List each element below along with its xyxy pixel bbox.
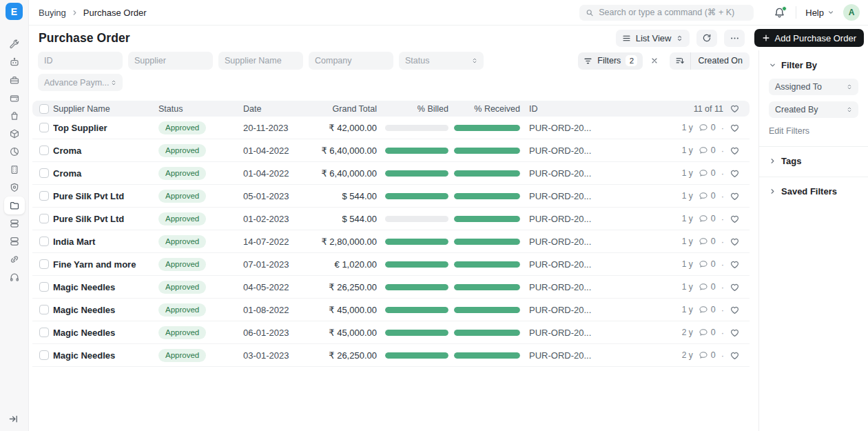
row-supplier-name[interactable]: Pure Silk Pvt Ltd [53, 214, 158, 224]
row-id[interactable]: PUR-ORD-20... [529, 123, 669, 133]
row-checkbox[interactable] [39, 191, 49, 201]
filters-button[interactable]: Filters 2 [578, 52, 643, 70]
row-checkbox[interactable] [39, 214, 49, 223]
row-checkbox[interactable] [39, 259, 49, 269]
table-row[interactable]: Top Supplier Approved 20-11-2023 ₹ 42,00… [32, 117, 750, 139]
filter-company-input[interactable] [309, 52, 393, 70]
row-checkbox[interactable] [39, 328, 49, 337]
row-checkbox[interactable] [39, 123, 49, 132]
row-id[interactable]: PUR-ORD-20... [529, 214, 669, 224]
shield-icon[interactable] [4, 179, 25, 197]
row-id[interactable]: PUR-ORD-20... [529, 191, 669, 201]
row-checkbox[interactable] [39, 168, 49, 178]
row-supplier-name[interactable]: Pure Silk Pvt Ltd [53, 191, 158, 201]
row-id[interactable]: PUR-ORD-20... [529, 328, 669, 338]
table-row[interactable]: Croma Approved 01-04-2022 ₹ 6,40,000.00 … [32, 139, 750, 162]
tags-section-toggle[interactable]: Tags [769, 156, 858, 166]
table-row[interactable]: Magic Needles Approved 01-08-2022 ₹ 45,0… [32, 299, 750, 321]
building-icon[interactable] [4, 161, 25, 179]
row-checkbox[interactable] [39, 237, 49, 246]
column-supplier-name[interactable]: Supplier Name [53, 104, 158, 114]
column-id[interactable]: ID [529, 104, 688, 114]
filter-supplier-name-input[interactable] [218, 52, 303, 70]
view-switcher-button[interactable]: List View [616, 30, 690, 47]
row-checkbox[interactable] [39, 305, 49, 314]
search-input[interactable] [599, 8, 747, 17]
assigned-to-select[interactable]: Assigned To [769, 79, 858, 95]
comment-count[interactable]: 0 [699, 305, 716, 314]
liked-filter-icon[interactable] [730, 103, 740, 114]
help-menu[interactable]: Help [805, 8, 834, 18]
created-by-select[interactable]: Created By [769, 101, 858, 118]
like-icon[interactable] [730, 191, 740, 201]
comment-count[interactable]: 0 [699, 214, 716, 223]
edit-filters-link[interactable]: Edit Filters [769, 126, 809, 136]
notifications-button[interactable] [774, 7, 785, 19]
comment-count[interactable]: 0 [699, 237, 716, 246]
sort-direction-button[interactable] [670, 52, 690, 70]
table-row[interactable]: Magic Needles Approved 04-05-2022 ₹ 26,2… [32, 276, 750, 299]
comment-count[interactable]: 0 [699, 168, 716, 178]
robot-icon[interactable] [4, 53, 25, 71]
row-checkbox[interactable] [39, 282, 49, 292]
folder-icon[interactable] [4, 197, 25, 214]
link-icon[interactable] [4, 250, 25, 268]
row-supplier-name[interactable]: Fine Yarn and more [53, 259, 158, 270]
column-percent-received[interactable]: % Received [454, 104, 520, 114]
row-supplier-name[interactable]: Top Supplier [53, 123, 158, 133]
like-icon[interactable] [730, 214, 740, 224]
row-supplier-name[interactable]: Magic Needles [53, 305, 158, 315]
row-id[interactable]: PUR-ORD-20... [529, 237, 669, 247]
breadcrumb-buying[interactable]: Buying [39, 8, 66, 18]
global-search[interactable] [579, 5, 754, 21]
row-id[interactable]: PUR-ORD-20... [529, 305, 669, 315]
comment-count[interactable]: 0 [699, 350, 716, 360]
filter-id-input[interactable] [38, 52, 123, 70]
erpnext-logo[interactable]: E [6, 3, 23, 20]
like-icon[interactable] [730, 350, 740, 361]
like-icon[interactable] [730, 305, 740, 315]
like-icon[interactable] [730, 282, 740, 292]
clear-filters-button[interactable] [646, 52, 663, 69]
row-checkbox[interactable] [39, 146, 49, 155]
comment-count[interactable]: 0 [699, 146, 716, 155]
like-icon[interactable] [730, 168, 740, 179]
column-status[interactable]: Status [158, 104, 243, 114]
table-row[interactable]: Fine Yarn and more Approved 07-01-2023 €… [32, 253, 750, 276]
row-id[interactable]: PUR-ORD-20... [529, 168, 669, 179]
like-icon[interactable] [730, 259, 740, 270]
row-checkbox[interactable] [39, 350, 49, 360]
more-options-button[interactable] [724, 30, 745, 47]
expand-sidebar-button[interactable] [6, 412, 20, 425]
comment-count[interactable]: 0 [699, 123, 716, 132]
comment-count[interactable]: 0 [699, 191, 716, 201]
breadcrumb-purchase-order[interactable]: Purchase Order [83, 8, 147, 18]
row-supplier-name[interactable]: Magic Needles [53, 350, 158, 361]
stack-icon[interactable] [4, 232, 25, 250]
filter-status-select[interactable]: Status [399, 52, 484, 70]
column-percent-billed[interactable]: % Billed [385, 104, 448, 114]
wallet-icon[interactable] [4, 89, 25, 107]
row-id[interactable]: PUR-ORD-20... [529, 350, 669, 361]
column-grand-total[interactable]: Grand Total [319, 104, 377, 114]
row-supplier-name[interactable]: Croma [53, 168, 158, 179]
table-row[interactable]: India Mart Approved 14-07-2022 ₹ 2,80,00… [32, 230, 750, 253]
row-supplier-name[interactable]: Croma [53, 146, 158, 156]
refresh-button[interactable] [696, 30, 717, 47]
like-icon[interactable] [730, 123, 740, 133]
comment-count[interactable]: 0 [699, 259, 716, 269]
package-icon[interactable] [4, 125, 25, 143]
filter-supplier-input[interactable] [128, 52, 213, 70]
comment-count[interactable]: 0 [699, 282, 716, 292]
saved-filters-section-toggle[interactable]: Saved Filters [769, 186, 858, 197]
row-id[interactable]: PUR-ORD-20... [529, 146, 669, 156]
filter-by-section-toggle[interactable]: Filter By [769, 60, 858, 70]
table-row[interactable]: Magic Needles Approved 06-01-2023 ₹ 45,0… [32, 321, 750, 344]
layers-icon[interactable] [4, 214, 25, 232]
like-icon[interactable] [730, 237, 740, 247]
row-id[interactable]: PUR-ORD-20... [529, 282, 669, 292]
shopping-bag-icon[interactable] [4, 107, 25, 125]
row-supplier-name[interactable]: Magic Needles [53, 282, 158, 292]
table-row[interactable]: Pure Silk Pvt Ltd Approved 05-01-2023 $ … [32, 185, 750, 208]
select-all-checkbox[interactable] [39, 104, 49, 114]
